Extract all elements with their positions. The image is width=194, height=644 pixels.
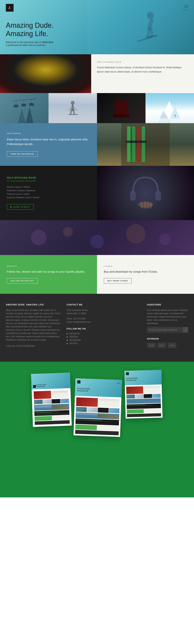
svg-marker-13	[18, 108, 26, 123]
mockup-3: /. Amazing Dude.Amazing Life.	[124, 370, 162, 419]
mockup-cell-3	[52, 399, 60, 404]
logo[interactable]: /.	[6, 4, 14, 12]
social-dot-icon	[66, 336, 68, 338]
footer-contact: CONTACT ME 1241 Condenser Terrace Atlant…	[66, 304, 108, 348]
svg-rect-51	[144, 201, 146, 209]
sponsor-logo-2: LOGO	[157, 343, 166, 348]
footer: AMAZING DUDE. AMAZING LIFE. Mauris ornar…	[0, 294, 194, 362]
svg-point-44	[132, 126, 136, 128]
mockup-2: /. Amazing Dude.Amazing Life.	[74, 378, 122, 437]
subscribe-email-input[interactable]	[147, 327, 183, 333]
music-subtitle: FT. FASCINATING COLLISION	[7, 180, 90, 182]
mockup-2-title: Amazing Dude.Amazing Life.	[77, 387, 120, 393]
headphones-svg	[97, 166, 194, 220]
mockup-header-text: Amazing Dude.Amazing Life.	[36, 384, 46, 388]
footer-phone: Phone: 310-175-9154	[66, 317, 108, 320]
goggles-image	[0, 54, 91, 93]
lower-music-svg	[0, 220, 194, 255]
subscribe-submit-button[interactable]: ›	[183, 327, 188, 333]
footer-spacer	[114, 304, 141, 348]
footer-contact-title: CONTACT ME	[66, 304, 108, 306]
header-subtitle: Welcome to the personal site of John Doe…	[6, 41, 54, 46]
mockup-spotify-mini	[34, 416, 52, 421]
sponsor-logos: LOGO LOGO LOGO	[147, 343, 188, 348]
faucibus-text: Fusce bibendum luctus massa, ut tincidun…	[97, 65, 188, 74]
social-instagram[interactable]: INSTAGRAM	[66, 339, 108, 341]
mockup-cell-2	[43, 399, 52, 404]
mockup-cell-1	[34, 400, 43, 404]
mockup-light-cell	[51, 390, 69, 398]
mockup-itunes-mini	[52, 415, 70, 420]
svg-rect-18	[72, 108, 75, 114]
spotify-button[interactable]: FOLLOW ON SPOTIFY	[7, 278, 38, 284]
photo-skier-field	[48, 93, 97, 123]
svg-point-55	[63, 227, 73, 236]
mockup-footer	[35, 420, 70, 425]
footer-grid: AMAZING DUDE. AMAZING LIFE. Mauris ornar…	[6, 304, 188, 348]
svg-point-45	[137, 126, 140, 128]
svg-rect-5	[137, 37, 152, 42]
svg-point-54	[31, 230, 46, 245]
social-dot-icon	[66, 343, 68, 344]
svg-point-46	[142, 126, 145, 128]
itunes-button[interactable]: BUY FROM ITUNES	[104, 278, 132, 284]
spotify-block: SPOTIFY Follow me, stream and add my son…	[0, 255, 97, 294]
chairlift-svg	[0, 93, 48, 123]
mountains-svg	[146, 93, 194, 123]
footer-subscribe-form: ›	[147, 327, 188, 333]
footer-copyright: ©2014. ALL RIGHTS RESERVED.	[6, 344, 61, 348]
itunes-text: Buy and download my songs from iTunes.	[104, 270, 187, 274]
music-content: SELF-EFFACING RAGE FT. FASCINATING COLLI…	[0, 166, 97, 220]
mockup-2-menu	[117, 383, 120, 384]
photo-grid	[0, 93, 194, 123]
svg-point-57	[126, 224, 146, 243]
svg-point-43	[127, 126, 130, 128]
svg-rect-42	[141, 140, 146, 143]
footer-social-links: FACEBOOK TWITTER INSTAGRAM SPOTIFY	[66, 332, 108, 344]
instagram-button[interactable]: VIEW ON INSTAGRAM	[7, 151, 38, 157]
social-facebook[interactable]: FACEBOOK	[66, 332, 108, 335]
svg-rect-3	[150, 27, 153, 37]
skis-svg	[97, 123, 194, 166]
svg-rect-26	[122, 108, 128, 116]
logo-text: /.	[9, 6, 11, 10]
svg-rect-47	[130, 191, 136, 201]
mockup-photo-grid	[34, 399, 69, 404]
split-section: SED FAUCIBUS QUIS Fusce bibendum luctus …	[0, 54, 194, 93]
faucibus-section: SED FAUCIBUS QUIS Fusce bibendum luctus …	[91, 54, 194, 93]
mockup-split	[34, 390, 69, 399]
skis-image	[97, 123, 194, 166]
instagram-content: INSTAGRAM Etiam lacus dolor, tincidunt v…	[0, 123, 97, 166]
header-content: Amazing Dude. Amazing Life. Welcome to t…	[6, 21, 54, 46]
itunes-block: ITUNES Buy and download my songs from iT…	[97, 255, 194, 294]
social-spotify[interactable]: SPOTIFY	[66, 342, 108, 344]
mockup-red-cell	[34, 391, 51, 399]
play-button[interactable]: CLICK TO PLAY	[7, 204, 34, 210]
footer-follow-title: FOLLOW ME ON	[66, 328, 108, 330]
svg-rect-19	[68, 114, 78, 115]
svg-point-0	[147, 12, 154, 19]
svg-point-25	[122, 100, 128, 110]
footer-sponsor-title: SPONSOR	[147, 338, 188, 340]
svg-rect-35	[127, 127, 130, 162]
instagram-label: INSTAGRAM	[7, 132, 90, 134]
play-label: CLICK TO PLAY	[13, 206, 30, 208]
mockup-music	[34, 410, 70, 416]
photo-mountains	[146, 93, 194, 123]
svg-line-6	[12, 99, 36, 101]
mockup-2-logo: /.	[77, 380, 80, 384]
instagram-section: INSTAGRAM Etiam lacus dolor, tincidunt v…	[0, 123, 194, 166]
social-twitter[interactable]: TWITTER	[66, 336, 108, 338]
svg-rect-37	[137, 127, 140, 162]
ski-boots-svg	[97, 93, 146, 123]
svg-point-32	[174, 115, 176, 116]
spotify-label: SPOTIFY	[7, 265, 90, 267]
photo-chairlift	[0, 93, 48, 123]
music-credits: Direction James G. Rohner Production Com…	[7, 186, 90, 199]
svg-rect-31	[158, 118, 182, 123]
mockup-3-header: /. Amazing Dude.Amazing Life.	[124, 370, 162, 386]
svg-rect-27	[120, 114, 130, 117]
header-title: Amazing Dude. Amazing Life.	[6, 21, 54, 38]
svg-rect-36	[132, 127, 136, 162]
social-dot-icon	[66, 333, 68, 334]
